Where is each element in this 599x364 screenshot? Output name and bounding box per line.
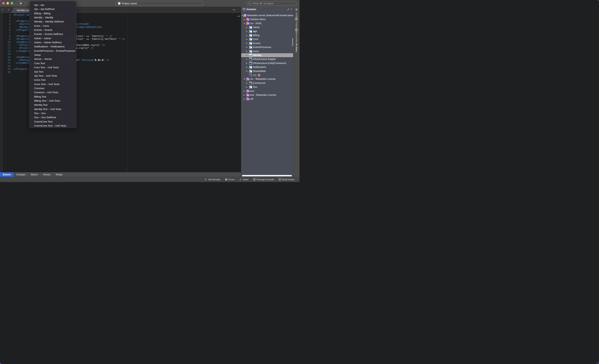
navigate-forward-icon[interactable] [7, 8, 9, 11]
chevron-down-icon[interactable] [244, 79, 245, 80]
git-tab-changes[interactable]: Changes [13, 172, 28, 177]
tree-item-eventsprocessor[interactable]: EventsProcessor [241, 45, 293, 49]
tree-item-sql[interactable]: ✦Sql✕ [241, 73, 293, 77]
chevron-right-icon[interactable] [246, 86, 247, 88]
tab-overflow-icon[interactable] [233, 9, 235, 10]
tree-item-test[interactable]: test [241, 89, 293, 93]
package-console-pad[interactable]: Package Console [253, 178, 274, 181]
close-button[interactable] [2, 2, 5, 4]
chevron-right-icon[interactable] [246, 39, 247, 40]
run-config-item-icons-icons[interactable]: Icons – Icons [29, 24, 76, 28]
run-config-item-identity-identity[interactable]: Identity – Identity [29, 15, 76, 19]
dock-tab-tests[interactable]: Tests [293, 43, 300, 52]
chevron-right-icon[interactable] [244, 98, 245, 100]
tree-item-events[interactable]: Events [241, 41, 293, 45]
tree-item-notifications[interactable]: Notifications [241, 65, 293, 69]
run-config-item-api-api[interactable]: Api – Api [29, 3, 76, 7]
tree-item-sharedweb[interactable]: SharedWeb [241, 69, 293, 73]
run-config-item-events-events[interactable]: Events – Events [29, 28, 76, 32]
run-config-item-billing-billing[interactable]: Billing – Billing [29, 11, 76, 15]
run-config-item-billing-test-unit-tests[interactable]: Billing.Test – Unit Tests [29, 99, 76, 103]
run-config-item-sso-sso[interactable]: Sso – Sso [29, 111, 76, 115]
run-config-item-identity-test[interactable]: Identity.Test [29, 103, 76, 107]
chevron-right-icon[interactable] [246, 43, 247, 44]
run-config-item-common[interactable]: Common [29, 86, 76, 90]
chevron-right-icon[interactable] [244, 19, 245, 20]
pin-icon[interactable] [286, 8, 290, 12]
build-output-pad[interactable]: Build Output [279, 178, 294, 181]
run-config-item-eventsprocessor-eventsprocessor[interactable]: EventsProcessor – EventsProcessor [29, 49, 76, 53]
minimize-button[interactable] [6, 2, 9, 4]
run-config-item-common-unit-tests[interactable]: Common – Unit Tests [29, 90, 76, 94]
run-config-item-api-test[interactable]: Api.Test [29, 70, 76, 74]
chevron-right-icon[interactable] [246, 71, 247, 72]
dock-strip: ToolboxPropertiesDocument OutlineTests [293, 7, 300, 177]
tree-item-src-agpl[interactable]: src - AGPL [241, 21, 293, 25]
git-tab-blame[interactable]: Blame [28, 172, 40, 177]
badge-sparkle-icon: ✦ [251, 63, 253, 65]
chevron-right-icon[interactable] [246, 62, 247, 64]
test-results-pad[interactable]: Test Results [205, 178, 220, 181]
run-config-item-identity-identity-selfhost[interactable]: Identity – Identity-SelfHost [29, 19, 76, 24]
tree-item-admin[interactable]: Admin [241, 25, 293, 29]
errors-pad[interactable]: Errors [225, 178, 235, 181]
run-config-item-commcore-test-unit-tests[interactable]: CommCore.Test – Unit Tests [29, 124, 76, 128]
run-config-item-core-test-unit-tests[interactable]: Core.Test – Unit Tests [29, 65, 76, 70]
chevron-right-icon[interactable] [244, 90, 245, 92]
tree-item-icons[interactable]: Icons [241, 49, 293, 53]
chevron-right-icon[interactable] [246, 27, 247, 28]
run-config-item-icons-test[interactable]: Icons.Test [29, 78, 76, 82]
run-config-item-api-test-unit-tests[interactable]: Api.Test – Unit Tests [29, 74, 76, 78]
chevron-right-icon[interactable] [244, 94, 245, 96]
run-config-item-billing-test[interactable]: Billing.Test [29, 95, 76, 99]
run-button[interactable] [17, 1, 25, 6]
tree-item-solution-items[interactable]: Solution Items [241, 17, 293, 21]
tree-item-util[interactable]: util [241, 97, 293, 101]
run-config-item-icons-test-unit-tests[interactable]: Icons.Test – Unit Tests [29, 82, 76, 86]
chevron-right-icon[interactable] [246, 82, 247, 84]
chevron-down-icon[interactable] [242, 15, 243, 16]
run-config-item-server-server[interactable]: Server – Server [29, 57, 76, 61]
git-tab-merge[interactable]: Merge [53, 172, 65, 177]
zoom-button[interactable] [11, 2, 13, 4]
run-config-item-events-events-selfhost[interactable]: Events – Events-SelfHost [29, 32, 76, 36]
tree-item-commcore[interactable]: ✦CommCore [241, 81, 293, 85]
run-config-item-commcore-test[interactable]: CommCore.Test [29, 120, 76, 124]
run-config-item-core-test[interactable]: Core.Test [29, 61, 76, 65]
chevron-right-icon[interactable] [246, 31, 247, 32]
tree-item-test-bitwarden-license[interactable]: ✦test - Bitwarden License [241, 93, 293, 97]
tree-item-identity[interactable]: Identity [241, 53, 293, 57]
tree-item-src-bitwarden-license[interactable]: src - Bitwarden License [241, 77, 293, 81]
tree-item-infrastructure-entityframework[interactable]: ✦Infrastructure.EntityFramework [241, 61, 293, 65]
run-config-item-setup[interactable]: Setup [29, 53, 76, 57]
run-config-item-api-api-selfhost[interactable]: Api – Api-SelfHost [29, 7, 76, 11]
chevron-right-icon[interactable] [246, 59, 247, 60]
run-config-item-sso-sso-selfhost[interactable]: Sso – Sso-SelfHost [29, 115, 76, 119]
run-config-item-admin-admin-selfhost[interactable]: Admin – Admin-SelfHost [29, 40, 76, 44]
chevron-right-icon[interactable] [246, 35, 247, 36]
git-tab-source[interactable]: Source [0, 172, 13, 177]
navigate-back-icon[interactable] [2, 8, 4, 11]
run-config-item-notifications-notifications[interactable]: Notifications – Notifications [29, 44, 76, 49]
tree-item-api[interactable]: Api [241, 29, 293, 33]
run-config-item-identity-test-unit-tests[interactable]: Identity.Test – Unit Tests [29, 107, 76, 111]
close-icon[interactable]: ✕ [291, 8, 292, 10]
tasks-pad[interactable]: Tasks [239, 178, 248, 181]
tree-item-billing[interactable]: Billing [241, 33, 293, 37]
tree-item-core[interactable]: Core [241, 37, 293, 41]
chevron-right-icon[interactable] [246, 55, 247, 56]
chevron-right-icon[interactable] [246, 47, 247, 48]
git-tab-history[interactable]: History [40, 172, 53, 177]
tree-item-bitwarden-server-feature-self-hosted-development[interactable]: bitwarden-server (feature/self-hosted-de… [241, 13, 293, 17]
chevron-right-icon[interactable] [246, 67, 247, 68]
chevron-down-icon[interactable] [244, 23, 245, 24]
code-line[interactable]: </Project> [13, 68, 27, 71]
search-input[interactable]: Press '⌘.' to search [247, 1, 296, 6]
run-config-item-admin-admin[interactable]: Admin – Admin [29, 36, 76, 40]
tree-item-infrastructure-dapper[interactable]: ✦Infrastructure.Dapper [241, 57, 293, 61]
chevron-right-icon[interactable] [246, 51, 247, 52]
tree-item-sso[interactable]: Sso [241, 85, 293, 89]
line-number: 10 [0, 41, 10, 44]
horizontal-scrollbar[interactable] [242, 175, 292, 176]
scrollbar-marker[interactable] [238, 16, 240, 16]
